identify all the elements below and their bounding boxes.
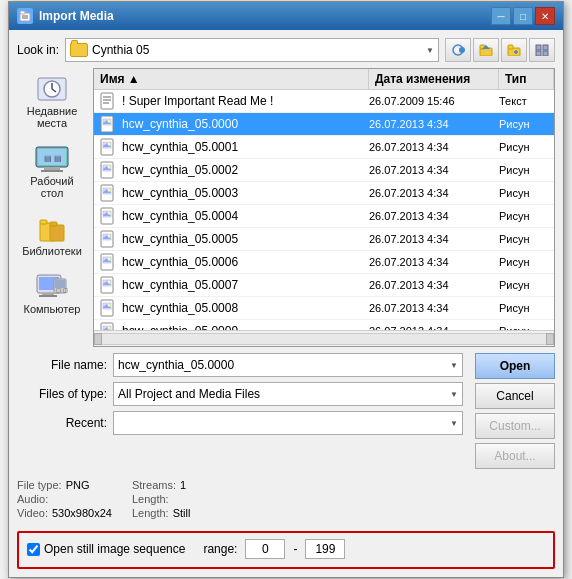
svg-text:◻ ◻: ◻ ◻: [56, 287, 68, 293]
svg-point-49: [108, 143, 111, 146]
file-row[interactable]: hcw_cynthia_05.000026.07.2013 4:34Рисун: [94, 113, 554, 136]
file-row-type: Рисун: [499, 141, 554, 153]
svg-rect-16: [536, 51, 541, 56]
image-sequence-checkbox-container[interactable]: Open still image sequence: [27, 542, 185, 556]
file-row[interactable]: hcw_cynthia_05.000426.07.2013 4:34Рисун: [94, 205, 554, 228]
range-from-input[interactable]: [245, 539, 285, 559]
header-type[interactable]: Тип: [499, 69, 554, 89]
file-row[interactable]: hcw_cynthia_05.000226.07.2013 4:34Рисун: [94, 159, 554, 182]
look-in-dropdown[interactable]: Cynthia 05 ▼: [65, 38, 439, 62]
title-controls: ─ □ ✕: [491, 7, 555, 25]
file-type-value: PNG: [66, 479, 90, 491]
file-row-type: Текст: [499, 95, 554, 107]
file-row-name: hcw_cynthia_05.0007: [122, 278, 369, 292]
svg-rect-28: [40, 220, 47, 224]
file-row-type: Рисун: [499, 210, 554, 222]
svg-rect-17: [543, 51, 548, 56]
nav-up-button[interactable]: [473, 38, 499, 62]
streams-label: Streams:: [132, 479, 176, 491]
svg-point-57: [108, 189, 111, 192]
file-row-date: 26.07.2013 4:34: [369, 256, 499, 268]
sidebar-item-libraries[interactable]: Библиотеки: [17, 208, 87, 262]
file-row[interactable]: hcw_cynthia_05.000726.07.2013 4:34Рисун: [94, 274, 554, 297]
cancel-button[interactable]: Cancel: [475, 383, 555, 409]
svg-text:▤ ▤: ▤ ▤: [44, 154, 62, 163]
file-row[interactable]: ! Super Important Read Me !26.07.2009 15…: [94, 90, 554, 113]
filename-label: File name:: [17, 358, 107, 372]
file-row-type: Рисун: [499, 187, 554, 199]
svg-rect-15: [543, 45, 548, 50]
maximize-button[interactable]: □: [513, 7, 533, 25]
sidebar-item-recent[interactable]: Недавниеместа: [17, 68, 87, 134]
file-type-label: File type:: [17, 479, 62, 491]
main-content: Недавниеместа ▤ ▤ Рабочийстол: [17, 68, 555, 347]
dialog-body: Look in: Cynthia 05 ▼: [9, 30, 563, 527]
image-sequence-checkbox[interactable]: [27, 543, 40, 556]
title-bar-left: Import Media: [17, 8, 114, 24]
up-icon: [479, 44, 493, 56]
svg-point-5: [459, 47, 465, 53]
horizontal-scrollbar[interactable]: [94, 330, 554, 346]
nav-view-button[interactable]: [529, 38, 555, 62]
file-icon: [98, 160, 118, 180]
bottom-section: File name: ▼ Files of type: All Project …: [17, 353, 555, 469]
file-list-container: Имя ▲ Дата изменения Тип ! Super Importa…: [93, 68, 555, 347]
file-row-name: hcw_cynthia_05.0001: [122, 140, 369, 154]
file-icon: [98, 183, 118, 203]
sidebar-item-computer[interactable]: ◻ ◻ Компьютер: [17, 266, 87, 320]
sidebar-desktop-label: Рабочийстол: [30, 175, 73, 199]
file-row[interactable]: hcw_cynthia_05.000926.07.2013 4:34Рисун: [94, 320, 554, 330]
file-row[interactable]: hcw_cynthia_05.000126.07.2013 4:34Рисун: [94, 136, 554, 159]
file-icon: [98, 137, 118, 157]
header-date[interactable]: Дата изменения: [369, 69, 499, 89]
look-in-arrow: ▼: [426, 46, 434, 55]
recent-label: Recent:: [17, 416, 107, 430]
nav-newfolder-button[interactable]: [501, 38, 527, 62]
file-type-row: File type: PNG: [17, 479, 112, 491]
svg-point-61: [108, 212, 111, 215]
svg-rect-14: [536, 45, 541, 50]
svg-marker-6: [455, 48, 458, 52]
file-row[interactable]: hcw_cynthia_05.000826.07.2013 4:34Рисун: [94, 297, 554, 320]
import-media-dialog: Import Media ─ □ ✕ Look in: Cynthia 05 ▼: [8, 1, 564, 578]
file-icon: [98, 252, 118, 272]
filetype-dropdown[interactable]: All Project and Media Files ▼: [113, 382, 463, 406]
video-row: Video: 530x980x24: [17, 507, 112, 519]
length2-row: Length: Still: [132, 507, 190, 519]
recent-dropdown[interactable]: ▼: [113, 411, 463, 435]
file-row[interactable]: hcw_cynthia_05.000326.07.2013 4:34Рисун: [94, 182, 554, 205]
svg-point-65: [108, 235, 111, 238]
file-row-type: Рисун: [499, 118, 554, 130]
svg-point-53: [108, 166, 111, 169]
file-row-name: hcw_cynthia_05.0003: [122, 186, 369, 200]
filetype-label: Files of type:: [17, 387, 107, 401]
custom-button[interactable]: Custom...: [475, 413, 555, 439]
file-row[interactable]: hcw_cynthia_05.000626.07.2013 4:34Рисун: [94, 251, 554, 274]
length2-value: Still: [173, 507, 191, 519]
file-info: File type: PNG Audio: Video: 530x980x24 …: [17, 475, 555, 519]
range-to-input[interactable]: [305, 539, 345, 559]
svg-point-77: [108, 304, 111, 307]
about-button[interactable]: About...: [475, 443, 555, 469]
sidebar-item-desktop[interactable]: ▤ ▤ Рабочийстол: [17, 138, 87, 204]
nav-back-button[interactable]: [445, 38, 471, 62]
file-row-type: Рисун: [499, 302, 554, 314]
filename-input-container[interactable]: ▼: [113, 353, 463, 377]
svg-rect-34: [39, 295, 57, 297]
file-row-name: hcw_cynthia_05.0000: [122, 117, 369, 131]
image-sequence-label: Open still image sequence: [44, 542, 185, 556]
recent-arrow: ▼: [450, 419, 458, 428]
close-button[interactable]: ✕: [535, 7, 555, 25]
open-button[interactable]: Open: [475, 353, 555, 379]
view-icon: [535, 44, 549, 56]
svg-point-73: [108, 281, 111, 284]
info-col-left: File type: PNG Audio: Video: 530x980x24: [17, 479, 112, 519]
svg-rect-11: [508, 45, 513, 49]
file-row[interactable]: hcw_cynthia_05.000526.07.2013 4:34Рисун: [94, 228, 554, 251]
header-name[interactable]: Имя ▲: [94, 69, 369, 89]
new-folder-icon: [507, 44, 521, 56]
file-list: ! Super Important Read Me !26.07.2009 15…: [94, 90, 554, 330]
minimize-button[interactable]: ─: [491, 7, 511, 25]
filename-input[interactable]: [118, 358, 450, 372]
file-row-name: hcw_cynthia_05.0005: [122, 232, 369, 246]
